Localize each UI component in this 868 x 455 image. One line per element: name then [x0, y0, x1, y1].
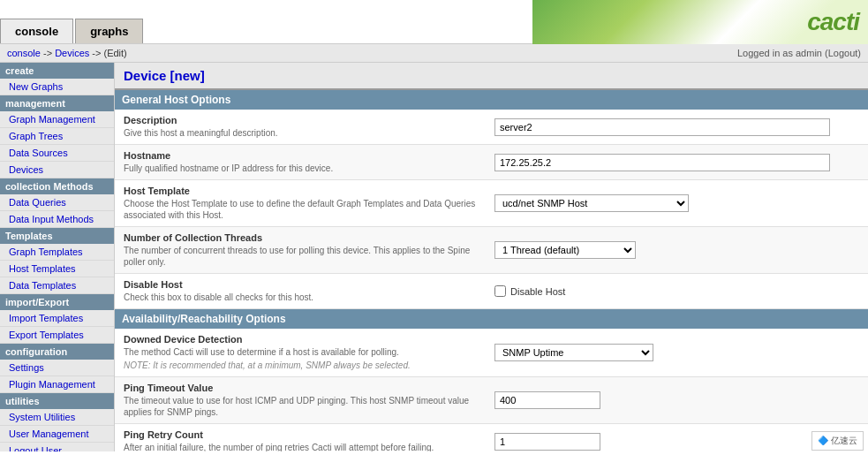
host-template-select[interactable]: ucd/net SNMP Host	[494, 194, 689, 212]
sidebar-section-management[interactable]: management	[0, 95, 114, 111]
header-tabs: console graphs	[0, 0, 145, 43]
downed-device-label: Downed Device Detection	[124, 334, 477, 345]
header: console graphs cacti	[0, 0, 868, 44]
downed-device-desc: The method Cacti will use to determine i…	[124, 346, 477, 358]
disable-host-label: Disable Host	[124, 279, 477, 290]
general-options-table: Description Give this host a meaningful …	[115, 110, 868, 309]
layout: create New Graphs management Graph Manag…	[0, 63, 868, 451]
section-general-header: General Host Options	[115, 90, 868, 110]
sidebar-item-graph-trees[interactable]: Graph Trees	[0, 128, 114, 145]
breadcrumb-login-status: Logged in as admin (Logout)	[737, 48, 861, 58]
row-host-template: Host Template Choose the Host Template t…	[115, 180, 868, 227]
disable-host-checkbox-text: Disable Host	[510, 286, 565, 297]
watermark-text: 亿速云	[831, 436, 857, 445]
hostname-label: Hostname	[124, 150, 477, 161]
row-disable-host: Disable Host Check this box to disable a…	[115, 274, 868, 309]
host-template-desc: Choose the Host Template to use to defin…	[124, 198, 477, 221]
sidebar-item-new-graphs[interactable]: New Graphs	[0, 79, 114, 95]
sidebar-section-collection-methods[interactable]: collection Methods	[0, 178, 114, 194]
disable-host-checkbox[interactable]	[494, 285, 506, 297]
disable-host-desc: Check this box to disable all checks for…	[124, 292, 477, 303]
tab-console[interactable]: console	[0, 19, 73, 43]
device-title: Device [new]	[124, 68, 205, 83]
row-downed-device: Downed Device Detection The method Cacti…	[115, 329, 868, 377]
breadcrumb-console-link[interactable]: console	[7, 48, 41, 58]
sidebar-item-data-templates[interactable]: Data Templates	[0, 277, 114, 294]
row-ping-timeout: Ping Timeout Value The timeout value to …	[115, 377, 868, 424]
collection-threads-label: Number of Collection Threads	[124, 232, 477, 243]
sidebar-item-host-templates[interactable]: Host Templates	[0, 261, 114, 277]
sidebar-item-data-input-methods[interactable]: Data Input Methods	[0, 211, 114, 228]
header-logo: cacti	[532, 0, 868, 44]
device-header: Device [new]	[115, 63, 868, 90]
ping-timeout-desc: The timeout value to use for host ICMP a…	[124, 395, 477, 418]
row-collection-threads: Number of Collection Threads The number …	[115, 227, 868, 274]
disable-host-checkbox-label: Disable Host	[494, 285, 859, 297]
availability-options-table: Downed Device Detection The method Cacti…	[115, 329, 868, 451]
breadcrumb-path: console -> Devices -> (Edit)	[7, 48, 127, 58]
sidebar-section-configuration[interactable]: configuration	[0, 344, 114, 360]
sidebar-item-devices[interactable]: Devices	[0, 162, 114, 178]
row-description: Description Give this host a meaningful …	[115, 110, 868, 145]
sidebar-section-create[interactable]: create	[0, 63, 114, 79]
description-desc: Give this host a meaningful description.	[124, 127, 477, 139]
main-content: Device [new] General Host Options Descri…	[115, 63, 868, 451]
sidebar-item-graph-management[interactable]: Graph Management	[0, 111, 114, 128]
breadcrumb-devices-link[interactable]: Devices	[55, 48, 89, 58]
sidebar-section-utilities[interactable]: utilities	[0, 393, 114, 409]
ping-retry-input[interactable]	[494, 433, 600, 451]
sidebar-item-export-templates[interactable]: Export Templates	[0, 327, 114, 344]
sidebar-item-data-sources[interactable]: Data Sources	[0, 145, 114, 162]
hostname-desc: Fully qualified hostname or IP address f…	[124, 163, 477, 174]
section-availability-header: Availability/Reachability Options	[115, 309, 868, 329]
tab-graphs[interactable]: graphs	[75, 19, 143, 43]
breadcrumb-current: (Edit)	[103, 48, 126, 58]
sidebar-item-import-templates[interactable]: Import Templates	[0, 310, 114, 327]
ping-retry-label: Ping Retry Count	[124, 429, 477, 440]
sidebar-section-templates[interactable]: Templates	[0, 228, 114, 244]
sidebar-item-plugin-management[interactable]: Plugin Management	[0, 376, 114, 393]
device-status: [new]	[170, 68, 205, 83]
host-template-label: Host Template	[124, 186, 477, 196]
logo-text: cacti	[807, 8, 868, 36]
collection-threads-desc: The number of concurrent threads to use …	[124, 245, 477, 268]
collection-threads-select[interactable]: 1 Thread (default)	[494, 241, 636, 259]
row-hostname: Hostname Fully qualified hostname or IP …	[115, 145, 868, 180]
sidebar-item-user-management[interactable]: User Management	[0, 426, 114, 443]
ping-retry-desc: After an initial failure, the number of …	[124, 442, 477, 451]
sidebar: create New Graphs management Graph Manag…	[0, 63, 115, 451]
hostname-input[interactable]	[494, 154, 830, 171]
description-label: Description	[124, 115, 477, 125]
downed-device-select[interactable]: SNMP Uptime	[494, 344, 653, 361]
watermark: 🔷 亿速云	[811, 431, 864, 451]
sidebar-item-graph-templates[interactable]: Graph Templates	[0, 244, 114, 261]
sidebar-item-settings[interactable]: Settings	[0, 360, 114, 376]
row-ping-retry: Ping Retry Count After an initial failur…	[115, 424, 868, 452]
sidebar-item-system-utilities[interactable]: System Utilities	[0, 409, 114, 426]
ping-timeout-label: Ping Timeout Value	[124, 383, 477, 393]
breadcrumb: console -> Devices -> (Edit) Logged in a…	[0, 44, 868, 63]
ping-timeout-input[interactable]	[494, 391, 600, 409]
description-input[interactable]	[494, 118, 830, 136]
sidebar-item-logout-user[interactable]: Logout User	[0, 443, 114, 451]
downed-device-note: NOTE: It is recommended that, at a minim…	[124, 360, 477, 371]
sidebar-item-data-queries[interactable]: Data Queries	[0, 194, 114, 211]
sidebar-section-import-export[interactable]: import/Export	[0, 294, 114, 310]
